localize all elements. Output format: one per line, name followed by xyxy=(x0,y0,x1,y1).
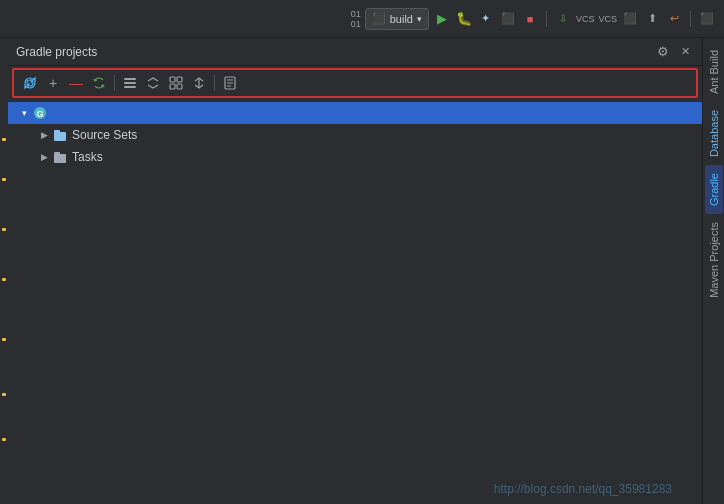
arrows-btn[interactable] xyxy=(189,73,209,93)
svg-rect-5 xyxy=(170,84,175,89)
terminal-icon[interactable]: ⬛ xyxy=(698,10,716,28)
build-icon: ⬛ xyxy=(372,12,386,25)
svg-rect-6 xyxy=(177,84,182,89)
change-mark-2 xyxy=(2,178,6,181)
tasks-expand: ▶ xyxy=(36,149,52,165)
gradle-tab[interactable]: Gradle xyxy=(705,165,723,214)
tree-tasks-row[interactable]: ▶ Tasks xyxy=(8,146,702,168)
top-toolbar: 0101 ⬛ build ▾ ▶ 🐛 ✦ ⬛ ■ ⇩ VCS VCS ⬛ ⬆ ↩… xyxy=(0,0,724,38)
coverage-button[interactable]: ✦ xyxy=(477,10,495,28)
group-btn[interactable] xyxy=(120,73,140,93)
add-btn[interactable]: + xyxy=(43,73,63,93)
source-sets-label: Source Sets xyxy=(72,128,137,142)
source-sets-expand: ▶ xyxy=(36,127,52,143)
tree-root-row[interactable]: ▾ G xyxy=(8,102,702,124)
svg-rect-0 xyxy=(124,78,136,80)
right-sidebar: Ant Build Database Gradle Maven Projects xyxy=(702,38,724,504)
svg-text:G: G xyxy=(36,109,43,119)
change-mark-5 xyxy=(2,338,6,341)
watermark: http://blog.csdn.net/qq_35981283 xyxy=(494,482,672,496)
svg-rect-16 xyxy=(54,154,66,163)
database-tab[interactable]: Database xyxy=(705,102,723,165)
run-button[interactable]: ▶ xyxy=(433,10,451,28)
history-icon[interactable]: ↩ xyxy=(665,10,683,28)
script-btn[interactable] xyxy=(220,73,240,93)
line-col-indicator: 0101 xyxy=(351,10,361,28)
sep2 xyxy=(690,11,691,27)
ant-build-tab[interactable]: Ant Build xyxy=(705,42,723,102)
svg-rect-15 xyxy=(54,130,60,133)
svg-rect-1 xyxy=(124,82,136,84)
expand-btn[interactable] xyxy=(143,73,163,93)
panel-header-icons: ⚙ ✕ xyxy=(654,43,694,61)
change-mark-4 xyxy=(2,278,6,281)
panel-settings[interactable]: ⚙ xyxy=(654,43,672,61)
build-label: build xyxy=(390,13,413,25)
change-mark-1 xyxy=(2,138,6,141)
sep1 xyxy=(546,11,547,27)
svg-rect-3 xyxy=(170,77,175,82)
svg-rect-14 xyxy=(54,132,66,141)
toolbar-sep-2 xyxy=(214,75,215,91)
change-mark-7 xyxy=(2,438,6,441)
tasks-label: Tasks xyxy=(72,150,103,164)
main-area: Gradle projects ⚙ ✕ + — xyxy=(0,38,724,504)
remove-btn[interactable]: — xyxy=(66,73,86,93)
panel-header: Gradle projects ⚙ ✕ xyxy=(8,38,702,66)
tasks-icon xyxy=(52,149,68,165)
stop-button[interactable]: ■ xyxy=(521,10,539,28)
toolbar-sep-1 xyxy=(114,75,115,91)
vcs2-label: VCS xyxy=(598,14,617,24)
reload-btn[interactable] xyxy=(89,73,109,93)
svg-rect-4 xyxy=(177,77,182,82)
debug-button[interactable]: 🐛 xyxy=(455,10,473,28)
build-chevron: ▾ xyxy=(417,14,422,24)
change-mark-6 xyxy=(2,393,6,396)
panel-title: Gradle projects xyxy=(16,45,97,59)
maven-tab[interactable]: Maven Projects xyxy=(705,214,723,306)
panel-toolbar: + — xyxy=(12,68,698,98)
commit-icon[interactable]: ⬛ xyxy=(621,10,639,28)
panel-close[interactable]: ✕ xyxy=(676,43,694,61)
source-sets-icon xyxy=(52,127,68,143)
root-expand-arrow: ▾ xyxy=(16,105,32,121)
push-icon[interactable]: ⬆ xyxy=(643,10,661,28)
layout-btn[interactable] xyxy=(166,73,186,93)
gradle-icon: G xyxy=(32,105,48,121)
build-button[interactable]: ⬛ build ▾ xyxy=(365,8,429,30)
tree-source-sets-row[interactable]: ▶ Source Sets xyxy=(8,124,702,146)
vcs1-label: VCS xyxy=(576,14,595,24)
svg-rect-2 xyxy=(124,86,136,88)
change-mark-3 xyxy=(2,228,6,231)
tree-area: ▾ G ▶ Source xyxy=(8,100,702,504)
gradle-panel: Gradle projects ⚙ ✕ + — xyxy=(8,38,702,504)
refresh-btn[interactable] xyxy=(20,73,40,93)
svg-rect-17 xyxy=(54,152,60,155)
profile-button[interactable]: ⬛ xyxy=(499,10,517,28)
vcs-update[interactable]: ⇩ xyxy=(554,10,572,28)
